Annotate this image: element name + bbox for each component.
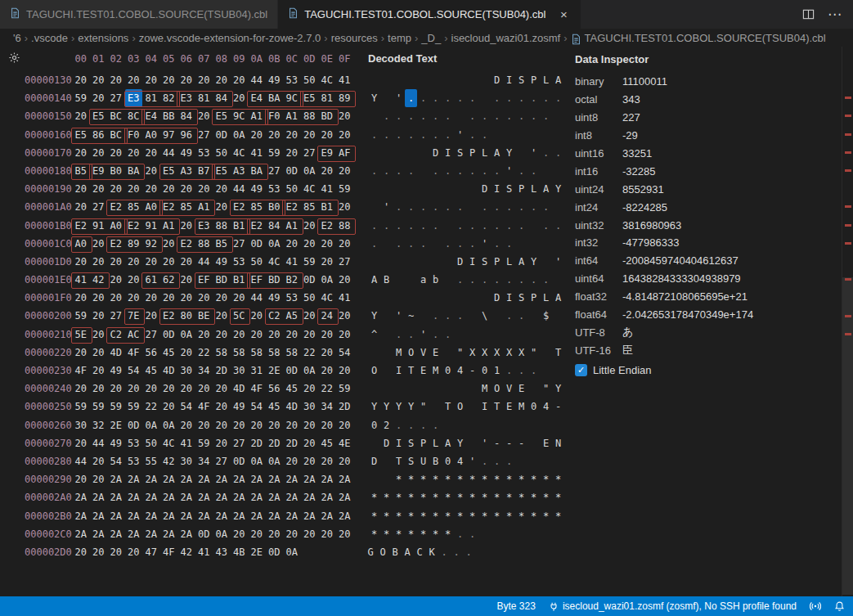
- decoded-char[interactable]: [454, 180, 466, 198]
- hex-byte[interactable]: BA: [248, 162, 266, 180]
- hex-byte[interactable]: 56: [266, 380, 284, 398]
- decoded-char[interactable]: *: [454, 507, 466, 525]
- decoded-char[interactable]: .: [405, 89, 417, 107]
- hex-byte[interactable]: 2A: [301, 470, 319, 488]
- hex-byte[interactable]: 88: [336, 217, 354, 235]
- breadcrumb-item[interactable]: extensions: [78, 32, 128, 44]
- hex-byte[interactable]: 2A: [177, 525, 195, 543]
- hex-byte[interactable]: 20: [195, 326, 213, 344]
- hex-byte[interactable]: E3: [125, 89, 143, 107]
- hex-byte[interactable]: 20: [177, 253, 195, 271]
- decoded-char[interactable]: *: [429, 525, 442, 543]
- decoded-char[interactable]: .: [454, 307, 466, 325]
- hex-byte[interactable]: 20: [336, 162, 354, 180]
- hex-byte[interactable]: 20: [177, 217, 195, 235]
- hex-byte[interactable]: 4F: [125, 344, 143, 362]
- byte-position-status[interactable]: Byte 323: [497, 600, 536, 612]
- decoded-char[interactable]: [380, 253, 393, 271]
- hex-byte[interactable]: 20: [72, 71, 90, 89]
- decoded-char[interactable]: [368, 253, 380, 271]
- hex-byte[interactable]: 2A: [195, 507, 213, 525]
- decoded-char[interactable]: [380, 470, 393, 488]
- decoded-char[interactable]: .: [417, 235, 429, 253]
- hex-byte[interactable]: 49: [266, 289, 284, 307]
- decoded-char[interactable]: Y: [405, 398, 417, 416]
- hex-byte[interactable]: 22: [301, 344, 319, 362]
- decoded-char[interactable]: [478, 71, 491, 89]
- decoded-char[interactable]: L: [478, 144, 491, 162]
- hex-byte[interactable]: 2D: [266, 434, 284, 452]
- hex-byte[interactable]: 20: [318, 452, 336, 470]
- hex-byte[interactable]: 53: [283, 71, 301, 89]
- hex-byte[interactable]: 20: [160, 71, 178, 89]
- hex-settings-gear-icon[interactable]: [8, 52, 20, 64]
- hex-byte[interactable]: 58: [213, 344, 231, 362]
- hex-byte[interactable]: 20: [160, 180, 178, 198]
- decoded-char[interactable]: [328, 543, 340, 561]
- decoded-char[interactable]: [380, 344, 393, 362]
- hex-byte[interactable]: E2: [248, 217, 266, 235]
- decoded-char[interactable]: .: [393, 326, 405, 344]
- inspector-value[interactable]: 33251: [622, 147, 652, 160]
- decoded-char[interactable]: .: [503, 235, 515, 253]
- hex-byte[interactable]: 2A: [231, 488, 249, 506]
- decoded-char[interactable]: [503, 326, 515, 344]
- hex-byte[interactable]: 20: [142, 71, 160, 89]
- hex-byte[interactable]: 58: [231, 344, 249, 362]
- decoded-char[interactable]: [528, 434, 540, 452]
- hex-byte[interactable]: 91: [142, 217, 160, 235]
- decoded-char[interactable]: O: [368, 362, 380, 380]
- decoded-char[interactable]: *: [515, 507, 528, 525]
- decoded-char[interactable]: .: [540, 144, 552, 162]
- breadcrumb-item[interactable]: TAGUCHI.TEST01.COBOL.SOURCE(TSUB04).cbl: [585, 32, 826, 44]
- decoded-char[interactable]: 0: [478, 362, 491, 380]
- hex-byte[interactable]: 20: [195, 107, 213, 125]
- hex-byte[interactable]: C2: [107, 326, 125, 344]
- hex-byte[interactable]: 49: [266, 71, 284, 89]
- decoded-char[interactable]: ': [393, 307, 405, 325]
- decoded-char[interactable]: [491, 416, 503, 434]
- decoded-char[interactable]: .: [478, 126, 491, 144]
- decoded-char[interactable]: *: [466, 488, 478, 506]
- decoded-char[interactable]: [478, 326, 491, 344]
- little-endian-toggle[interactable]: Little Endian: [575, 359, 841, 380]
- hex-byte[interactable]: 20: [283, 326, 301, 344]
- hex-byte[interactable]: 2A: [72, 525, 90, 543]
- hex-byte[interactable]: 20: [90, 344, 108, 362]
- decoded-char[interactable]: ": [417, 398, 429, 416]
- hex-byte[interactable]: 20: [213, 289, 231, 307]
- decoded-char[interactable]: .: [380, 107, 393, 125]
- decoded-char[interactable]: .: [454, 89, 466, 107]
- decoded-char[interactable]: [540, 235, 552, 253]
- decoded-char[interactable]: E: [515, 380, 528, 398]
- hex-byte[interactable]: 2A: [318, 488, 336, 506]
- hex-byte[interactable]: 4C: [266, 253, 284, 271]
- decoded-char[interactable]: [528, 126, 540, 144]
- decoded-char[interactable]: .: [515, 271, 528, 289]
- hex-byte[interactable]: 49: [231, 398, 249, 416]
- hex-byte[interactable]: 0A: [301, 362, 319, 380]
- decoded-char[interactable]: D: [380, 434, 393, 452]
- hex-byte[interactable]: 41: [177, 434, 195, 452]
- decoded-char[interactable]: U: [417, 452, 429, 470]
- decoded-char[interactable]: *: [393, 507, 405, 525]
- hex-byte[interactable]: 81: [318, 89, 336, 107]
- hex-byte[interactable]: 7E: [125, 307, 143, 325]
- decoded-char[interactable]: *: [552, 470, 564, 488]
- decoded-char[interactable]: [429, 380, 442, 398]
- hex-byte[interactable]: 27: [336, 253, 354, 271]
- decoded-char[interactable]: [405, 144, 417, 162]
- decoded-char[interactable]: [380, 89, 393, 107]
- decoded-char[interactable]: [405, 289, 417, 307]
- decoded-char[interactable]: A: [442, 434, 454, 452]
- decoded-char[interactable]: B: [389, 543, 402, 561]
- decoded-char[interactable]: ": [540, 380, 552, 398]
- hex-byte[interactable]: 20: [107, 543, 125, 561]
- hex-byte[interactable]: 30: [72, 416, 90, 434]
- hex-byte[interactable]: 2A: [301, 488, 319, 506]
- decoded-char[interactable]: .: [466, 271, 478, 289]
- decoded-char[interactable]: .: [491, 452, 503, 470]
- hex-byte[interactable]: 20: [90, 89, 108, 107]
- decoded-char[interactable]: P: [528, 289, 540, 307]
- decoded-char[interactable]: [442, 253, 454, 271]
